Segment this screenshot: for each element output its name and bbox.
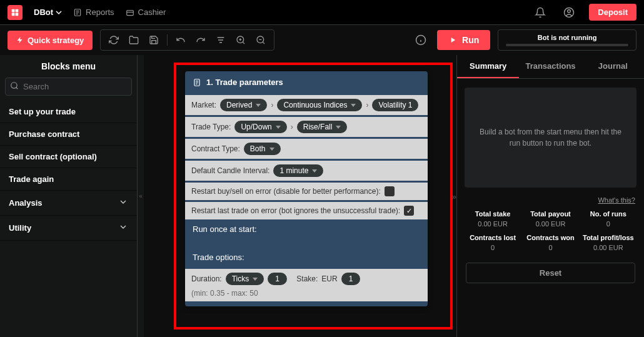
refresh-icon[interactable] [104,33,123,48]
stat-contracts-lost-value: 0 [466,244,520,251]
svg-rect-3 [16,13,19,16]
whats-this-link[interactable]: What's this? [457,196,644,204]
zoom-out-icon[interactable] [251,33,270,48]
top-nav: DBot Reports Cashier Deposit [0,0,644,25]
lightning-icon [16,36,24,44]
contracttype-dropdown[interactable]: Both [244,143,281,155]
stake-value-input[interactable]: 1 [341,273,361,285]
chevron-down-icon [118,197,128,209]
row-candle-interval: Default Candle Interval: 1 minute [185,161,428,181]
restart-buysell-checkbox[interactable] [385,186,395,196]
app-logo-icon[interactable] [8,5,23,20]
chevron-down-icon [56,9,62,16]
stat-contracts-won-value: 0 [523,244,577,251]
tabs: Summary Transactions Journal [457,55,644,79]
restart-last-checkbox[interactable] [404,206,414,216]
reset-button[interactable]: Reset [466,263,635,283]
stat-total-stake-label: Total stake [466,210,520,218]
run-button[interactable]: Run [437,30,490,50]
run-once-label: Run once at start: [185,219,428,239]
svg-rect-5 [126,10,133,15]
nav-cashier[interactable]: Cashier [126,8,166,17]
row-duration-stake: Duration: Ticks 1 Stake: EUR 1 (min: 0.3… [185,269,428,301]
info-icon[interactable] [412,31,430,49]
stat-profit-loss-label: Total profit/loss [581,234,635,241]
chevron-down-icon [118,222,128,234]
stats-grid: Total stake0.00 EUR Total payout0.00 EUR… [457,204,644,258]
save-icon[interactable] [144,33,163,48]
brand-label: DBot [34,8,53,17]
nav-cashier-label: Cashier [138,8,166,17]
stat-total-payout-label: Total payout [523,210,577,218]
nav-reports[interactable]: Reports [73,8,114,17]
open-folder-icon[interactable] [124,33,143,48]
toolbar: Quick strategy Run Bot is not running [0,25,644,55]
duration-unit-dropdown[interactable]: Ticks [226,273,264,285]
sidebar-item-utility[interactable]: Utility [0,216,137,241]
quick-strategy-button[interactable]: Quick strategy [8,31,93,50]
stat-profit-loss-value: 0.00 EUR [581,244,635,251]
svg-point-8 [568,9,571,13]
bot-status-bar [506,44,628,46]
duration-value-input[interactable]: 1 [268,273,287,285]
block-title: 1. Trade parameters [206,78,283,87]
brand-dropdown[interactable]: DBot [34,8,62,17]
reports-icon [73,8,82,17]
market-derived-dropdown[interactable]: Derived [220,99,267,111]
tab-journal[interactable]: Journal [582,55,644,78]
stat-total-payout-value: 0.00 EUR [523,220,577,228]
deposit-button[interactable]: Deposit [589,4,636,21]
candle-interval-dropdown[interactable]: 1 minute [273,164,323,177]
tab-transactions[interactable]: Transactions [519,55,581,78]
document-icon [193,78,201,87]
search-input[interactable] [5,78,132,96]
market-volatility-dropdown[interactable]: Volatility 1 [372,99,418,111]
zoom-in-icon[interactable] [231,33,250,48]
cashier-icon [126,8,134,17]
tab-summary[interactable]: Summary [457,55,519,78]
sidebar-item-setup-trade[interactable]: Set up your trade [0,101,137,123]
notifications-icon[interactable] [531,4,549,21]
sort-icon[interactable] [211,33,230,48]
right-panel: Summary Transactions Journal Build a bot… [456,55,644,337]
play-icon [448,36,457,44]
market-continuous-indices-dropdown[interactable]: Continuous Indices [277,99,362,111]
svg-rect-6 [126,11,133,12]
sidebar-item-trade-again[interactable]: Trade again [0,168,137,191]
row-restart-last: Restart last trade on error (bot ignores… [185,202,428,219]
undo-icon[interactable] [171,33,190,48]
workspace-expand-handle[interactable]: » [452,191,456,201]
row-restart-buysell: Restart buy/sell on error (disable for b… [185,183,428,200]
trade-parameters-block[interactable]: 1. Trade parameters Market: Derived › Co… [185,71,428,306]
sidebar-item-purchase-contract[interactable]: Purchase contract [0,123,137,146]
row-tradetype: Trade Type: Up/Down › Rise/Fall [185,117,428,137]
svg-rect-0 [12,9,15,12]
trade-options-label: Trade options: [185,248,428,267]
workspace[interactable]: 1. Trade parameters Market: Derived › Co… [144,55,456,337]
sidebar: Blocks menu Set up your trade Purchase c… [0,55,138,337]
stat-contracts-won-label: Contracts won [523,234,577,241]
tradetype-updown-dropdown[interactable]: Up/Down [234,121,286,133]
stat-total-stake-value: 0.00 EUR [466,220,520,228]
info-message: Build a bot from the start menu then hit… [465,88,636,188]
bot-status-label: Bot is not running [538,34,597,41]
run-label: Run [462,35,479,45]
sidebar-collapse-handle[interactable]: « [138,55,144,337]
stat-contracts-lost-label: Contracts lost [466,234,520,241]
sidebar-item-sell-contract[interactable]: Sell contract (optional) [0,146,137,168]
tradetype-risefall-dropdown[interactable]: Rise/Fall [297,121,348,133]
sidebar-item-analysis[interactable]: Analysis [0,191,137,216]
svg-rect-1 [16,9,19,12]
block-header: 1. Trade parameters [185,71,428,93]
stat-runs-value: 0 [581,220,635,228]
toolbar-group [100,29,274,51]
bot-status: Bot is not running [498,29,636,51]
stat-runs-label: No. of runs [581,210,635,218]
quick-strategy-label: Quick strategy [28,36,84,45]
nav-reports-label: Reports [86,8,114,17]
row-market: Market: Derived › Continuous Indices › V… [185,95,428,115]
redo-icon[interactable] [191,33,210,48]
account-icon[interactable] [560,4,578,21]
search-icon [10,81,19,90]
sidebar-title: Blocks menu [0,55,137,78]
